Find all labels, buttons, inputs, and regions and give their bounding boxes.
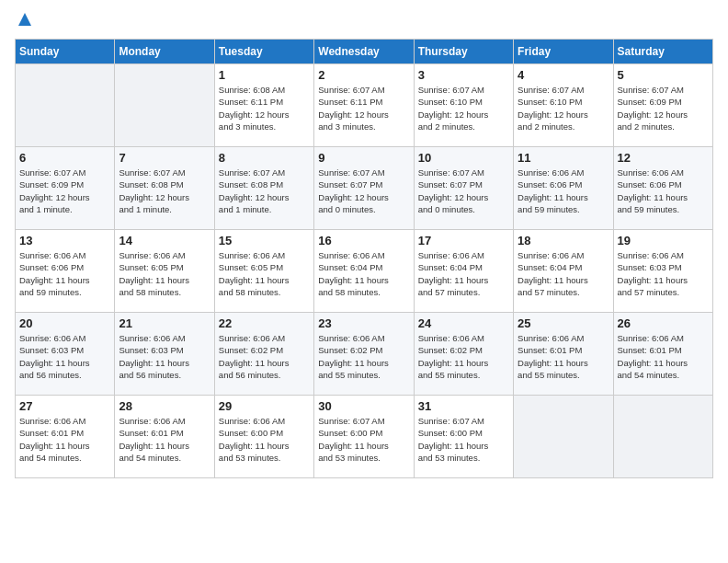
day-number: 4 bbox=[518, 68, 609, 82]
day-info: Sunrise: 6:06 AM Sunset: 6:06 PM Dayligh… bbox=[19, 249, 110, 298]
day-info: Sunrise: 6:06 AM Sunset: 6:02 PM Dayligh… bbox=[418, 332, 509, 381]
calendar-cell: 16Sunrise: 6:06 AM Sunset: 6:04 PM Dayli… bbox=[314, 230, 414, 313]
day-number: 22 bbox=[219, 316, 310, 330]
day-number: 20 bbox=[19, 316, 110, 330]
calendar-cell: 15Sunrise: 6:06 AM Sunset: 6:05 PM Dayli… bbox=[214, 230, 313, 313]
day-number: 11 bbox=[518, 151, 609, 165]
day-info: Sunrise: 6:07 AM Sunset: 6:10 PM Dayligh… bbox=[418, 84, 509, 132]
day-info: Sunrise: 6:06 AM Sunset: 6:05 PM Dayligh… bbox=[119, 249, 210, 298]
calendar-cell: 10Sunrise: 6:07 AM Sunset: 6:07 PM Dayli… bbox=[414, 147, 513, 230]
calendar-cell: 29Sunrise: 6:06 AM Sunset: 6:00 PM Dayli… bbox=[214, 396, 313, 478]
calendar-cell: 1Sunrise: 6:08 AM Sunset: 6:11 PM Daylig… bbox=[214, 64, 313, 147]
calendar-cell: 20Sunrise: 6:06 AM Sunset: 6:03 PM Dayli… bbox=[16, 313, 115, 396]
calendar-week-row: 13Sunrise: 6:06 AM Sunset: 6:06 PM Dayli… bbox=[16, 230, 713, 313]
calendar-cell: 9Sunrise: 6:07 AM Sunset: 6:07 PM Daylig… bbox=[314, 147, 414, 230]
day-number: 30 bbox=[318, 399, 409, 413]
day-number: 27 bbox=[19, 399, 110, 413]
calendar-cell: 2Sunrise: 6:07 AM Sunset: 6:11 PM Daylig… bbox=[314, 64, 414, 147]
day-header: Saturday bbox=[613, 40, 712, 64]
day-info: Sunrise: 6:06 AM Sunset: 6:01 PM Dayligh… bbox=[119, 415, 210, 464]
day-info: Sunrise: 6:07 AM Sunset: 6:10 PM Dayligh… bbox=[518, 84, 609, 132]
day-number: 17 bbox=[418, 234, 509, 247]
day-number: 26 bbox=[618, 316, 709, 330]
day-info: Sunrise: 6:07 AM Sunset: 6:07 PM Dayligh… bbox=[318, 167, 409, 215]
day-header: Wednesday bbox=[314, 40, 414, 64]
day-number: 16 bbox=[318, 234, 409, 247]
day-info: Sunrise: 6:06 AM Sunset: 6:04 PM Dayligh… bbox=[318, 249, 409, 298]
day-number: 15 bbox=[219, 234, 310, 247]
day-number: 25 bbox=[518, 316, 609, 330]
day-info: Sunrise: 6:08 AM Sunset: 6:11 PM Dayligh… bbox=[219, 84, 310, 132]
day-info: Sunrise: 6:06 AM Sunset: 6:00 PM Dayligh… bbox=[219, 415, 310, 464]
day-number: 5 bbox=[618, 68, 709, 82]
calendar-cell: 19Sunrise: 6:06 AM Sunset: 6:03 PM Dayli… bbox=[613, 230, 712, 313]
calendar-week-row: 27Sunrise: 6:06 AM Sunset: 6:01 PM Dayli… bbox=[16, 396, 713, 478]
day-header: Sunday bbox=[16, 40, 115, 64]
calendar-cell: 5Sunrise: 6:07 AM Sunset: 6:09 PM Daylig… bbox=[613, 64, 712, 147]
day-info: Sunrise: 6:06 AM Sunset: 6:06 PM Dayligh… bbox=[618, 167, 709, 215]
day-number: 18 bbox=[518, 234, 609, 247]
calendar-cell: 11Sunrise: 6:06 AM Sunset: 6:06 PM Dayli… bbox=[514, 147, 613, 230]
day-info: Sunrise: 6:07 AM Sunset: 6:00 PM Dayligh… bbox=[418, 415, 509, 464]
calendar-cell bbox=[613, 396, 712, 478]
day-number: 1 bbox=[219, 68, 310, 82]
day-info: Sunrise: 6:06 AM Sunset: 6:05 PM Dayligh… bbox=[219, 249, 310, 298]
day-number: 8 bbox=[219, 151, 310, 165]
calendar-cell: 28Sunrise: 6:06 AM Sunset: 6:01 PM Dayli… bbox=[115, 396, 214, 478]
day-header: Tuesday bbox=[214, 40, 313, 64]
calendar-cell bbox=[16, 64, 115, 147]
calendar-cell: 6Sunrise: 6:07 AM Sunset: 6:09 PM Daylig… bbox=[16, 147, 115, 230]
day-number: 23 bbox=[318, 316, 409, 330]
day-number: 9 bbox=[318, 151, 409, 165]
calendar-cell: 17Sunrise: 6:06 AM Sunset: 6:04 PM Dayli… bbox=[414, 230, 513, 313]
day-number: 28 bbox=[119, 399, 210, 413]
day-info: Sunrise: 6:06 AM Sunset: 6:02 PM Dayligh… bbox=[219, 332, 310, 381]
calendar-header-row: SundayMondayTuesdayWednesdayThursdayFrid… bbox=[16, 40, 713, 64]
day-info: Sunrise: 6:06 AM Sunset: 6:03 PM Dayligh… bbox=[19, 332, 110, 381]
calendar-cell: 14Sunrise: 6:06 AM Sunset: 6:05 PM Dayli… bbox=[115, 230, 214, 313]
calendar-cell: 4Sunrise: 6:07 AM Sunset: 6:10 PM Daylig… bbox=[514, 64, 613, 147]
calendar-cell: 21Sunrise: 6:06 AM Sunset: 6:03 PM Dayli… bbox=[115, 313, 214, 396]
day-info: Sunrise: 6:06 AM Sunset: 6:03 PM Dayligh… bbox=[119, 332, 210, 381]
day-number: 3 bbox=[418, 68, 509, 82]
calendar-cell bbox=[115, 64, 214, 147]
day-info: Sunrise: 6:07 AM Sunset: 6:11 PM Dayligh… bbox=[318, 84, 409, 132]
day-info: Sunrise: 6:06 AM Sunset: 6:01 PM Dayligh… bbox=[518, 332, 609, 381]
day-info: Sunrise: 6:07 AM Sunset: 6:09 PM Dayligh… bbox=[19, 167, 110, 215]
calendar-cell bbox=[514, 396, 613, 478]
calendar-cell: 25Sunrise: 6:06 AM Sunset: 6:01 PM Dayli… bbox=[514, 313, 613, 396]
calendar-cell: 8Sunrise: 6:07 AM Sunset: 6:08 PM Daylig… bbox=[214, 147, 313, 230]
day-number: 14 bbox=[119, 234, 210, 247]
logo bbox=[15, 15, 33, 28]
day-info: Sunrise: 6:06 AM Sunset: 6:02 PM Dayligh… bbox=[318, 332, 409, 381]
calendar-cell: 13Sunrise: 6:06 AM Sunset: 6:06 PM Dayli… bbox=[16, 230, 115, 313]
day-number: 24 bbox=[418, 316, 509, 330]
day-number: 13 bbox=[19, 234, 110, 247]
calendar-cell: 30Sunrise: 6:07 AM Sunset: 6:00 PM Dayli… bbox=[314, 396, 414, 478]
day-info: Sunrise: 6:07 AM Sunset: 6:08 PM Dayligh… bbox=[219, 167, 310, 215]
day-number: 21 bbox=[119, 316, 210, 330]
calendar-cell: 31Sunrise: 6:07 AM Sunset: 6:00 PM Dayli… bbox=[414, 396, 513, 478]
calendar-cell: 3Sunrise: 6:07 AM Sunset: 6:10 PM Daylig… bbox=[414, 64, 513, 147]
calendar-week-row: 20Sunrise: 6:06 AM Sunset: 6:03 PM Dayli… bbox=[16, 313, 713, 396]
page-header bbox=[15, 15, 713, 28]
day-number: 2 bbox=[318, 68, 409, 82]
calendar-week-row: 1Sunrise: 6:08 AM Sunset: 6:11 PM Daylig… bbox=[16, 64, 713, 147]
calendar-cell: 26Sunrise: 6:06 AM Sunset: 6:01 PM Dayli… bbox=[613, 313, 712, 396]
logo-icon bbox=[17, 11, 33, 28]
calendar-table: SundayMondayTuesdayWednesdayThursdayFrid… bbox=[15, 39, 713, 478]
calendar-week-row: 6Sunrise: 6:07 AM Sunset: 6:09 PM Daylig… bbox=[16, 147, 713, 230]
day-info: Sunrise: 6:07 AM Sunset: 6:09 PM Dayligh… bbox=[618, 84, 709, 132]
day-number: 29 bbox=[219, 399, 310, 413]
calendar-cell: 23Sunrise: 6:06 AM Sunset: 6:02 PM Dayli… bbox=[314, 313, 414, 396]
calendar-cell: 18Sunrise: 6:06 AM Sunset: 6:04 PM Dayli… bbox=[514, 230, 613, 313]
calendar-cell: 27Sunrise: 6:06 AM Sunset: 6:01 PM Dayli… bbox=[16, 396, 115, 478]
calendar-cell: 22Sunrise: 6:06 AM Sunset: 6:02 PM Dayli… bbox=[214, 313, 313, 396]
calendar-cell: 7Sunrise: 6:07 AM Sunset: 6:08 PM Daylig… bbox=[115, 147, 214, 230]
day-header: Friday bbox=[514, 40, 613, 64]
day-number: 19 bbox=[618, 234, 709, 247]
day-info: Sunrise: 6:06 AM Sunset: 6:04 PM Dayligh… bbox=[418, 249, 509, 298]
day-info: Sunrise: 6:06 AM Sunset: 6:01 PM Dayligh… bbox=[19, 415, 110, 464]
calendar-cell: 24Sunrise: 6:06 AM Sunset: 6:02 PM Dayli… bbox=[414, 313, 513, 396]
day-info: Sunrise: 6:06 AM Sunset: 6:01 PM Dayligh… bbox=[618, 332, 709, 381]
